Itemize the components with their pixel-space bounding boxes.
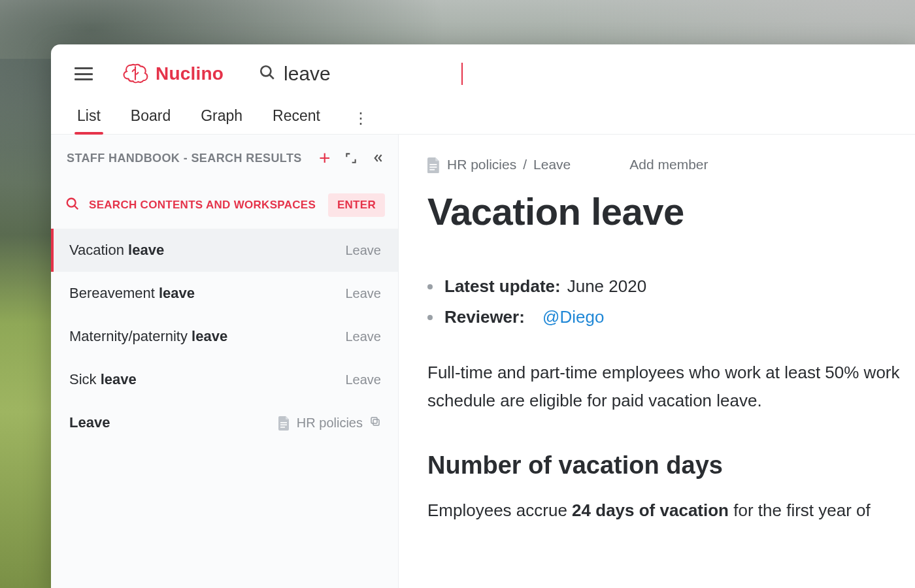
enter-badge: ENTER bbox=[328, 193, 385, 217]
brain-icon bbox=[122, 61, 149, 86]
result-category: HR policies bbox=[278, 414, 381, 431]
search-results: Vacation leaveLeaveBereavement leaveLeav… bbox=[51, 229, 398, 444]
tab-list[interactable]: List bbox=[75, 102, 103, 134]
top-bar: Nuclino bbox=[51, 44, 915, 98]
svg-rect-4 bbox=[280, 422, 287, 423]
bullet-icon bbox=[427, 315, 433, 320]
svg-line-1 bbox=[269, 74, 274, 79]
sidebar: STAFF HANDBOOK - SEARCH RESULTS + SEARCH… bbox=[51, 135, 399, 588]
svg-rect-7 bbox=[373, 419, 379, 425]
svg-rect-11 bbox=[429, 169, 435, 171]
collapse-icon[interactable] bbox=[368, 149, 386, 167]
result-category: Leave bbox=[346, 372, 382, 387]
svg-line-3 bbox=[75, 205, 78, 209]
svg-point-0 bbox=[261, 66, 271, 76]
svg-rect-9 bbox=[429, 164, 437, 165]
intro-paragraph: Full-time and part-time employees who wo… bbox=[427, 359, 915, 415]
app-window: Nuclino List Board Graph Recent ⋮ STAFF … bbox=[51, 44, 915, 588]
tab-recent[interactable]: Recent bbox=[270, 102, 323, 134]
expand-icon[interactable] bbox=[342, 149, 360, 167]
search-result[interactable]: LeaveHR policies bbox=[51, 401, 398, 444]
main-content: HR policies / Leave Add member Vacation … bbox=[399, 135, 915, 588]
search-all-label: SEARCH CONTENTS AND WORKSPACES bbox=[89, 199, 319, 212]
search-box[interactable] bbox=[259, 63, 463, 85]
result-title: Leave bbox=[69, 414, 110, 431]
search-result[interactable]: Maternity/paternity leaveLeave bbox=[51, 315, 398, 358]
meta-value: June 2020 bbox=[567, 276, 646, 297]
result-title: Bereavement leave bbox=[69, 285, 195, 302]
search-icon bbox=[65, 197, 80, 214]
view-tabs: List Board Graph Recent ⋮ bbox=[51, 98, 915, 135]
meta-label: Latest update: bbox=[444, 276, 561, 297]
menu-icon[interactable] bbox=[75, 67, 93, 80]
svg-point-2 bbox=[67, 198, 76, 206]
breadcrumb-sep: / bbox=[523, 157, 527, 172]
meta-list: Latest update: June 2020 Reviewer: @Dieg… bbox=[427, 271, 915, 333]
search-input[interactable] bbox=[284, 63, 454, 85]
search-result[interactable]: Vacation leaveLeave bbox=[51, 229, 398, 272]
result-title: Sick leave bbox=[69, 371, 137, 388]
mention-link[interactable]: @Diego bbox=[542, 307, 604, 327]
search-icon bbox=[259, 64, 276, 84]
brand[interactable]: Nuclino bbox=[122, 61, 224, 86]
svg-rect-8 bbox=[371, 417, 377, 423]
section-paragraph: Employees accrue 24 days of vacation for… bbox=[427, 497, 915, 525]
page-title: Vacation leave bbox=[427, 189, 915, 233]
bullet-icon bbox=[427, 284, 433, 289]
more-icon[interactable]: ⋮ bbox=[348, 106, 374, 130]
result-category: Leave bbox=[346, 243, 382, 258]
brand-name: Nuclino bbox=[156, 63, 224, 84]
add-member-button[interactable]: Add member bbox=[629, 157, 708, 172]
copy-icon bbox=[369, 414, 381, 431]
document-icon bbox=[427, 157, 441, 172]
breadcrumb[interactable]: HR policies / Leave bbox=[427, 157, 571, 172]
tab-board[interactable]: Board bbox=[128, 102, 173, 134]
sidebar-header: STAFF HANDBOOK - SEARCH RESULTS + bbox=[51, 135, 398, 182]
result-title: Maternity/paternity leave bbox=[69, 328, 227, 345]
breadcrumb-row: HR policies / Leave Add member bbox=[427, 157, 915, 172]
text-caret bbox=[461, 63, 463, 85]
meta-updated: Latest update: June 2020 bbox=[427, 271, 915, 302]
document-icon bbox=[278, 416, 290, 429]
section-heading: Number of vacation days bbox=[427, 451, 915, 480]
svg-rect-6 bbox=[280, 427, 285, 428]
breadcrumb-current: Leave bbox=[533, 157, 571, 172]
svg-rect-5 bbox=[280, 425, 287, 426]
meta-label: Reviewer: bbox=[444, 307, 525, 327]
meta-reviewer: Reviewer: @Diego bbox=[427, 302, 915, 333]
search-result[interactable]: Bereavement leaveLeave bbox=[51, 272, 398, 315]
search-all-row[interactable]: SEARCH CONTENTS AND WORKSPACES ENTER bbox=[51, 182, 398, 229]
add-icon[interactable]: + bbox=[316, 149, 334, 167]
result-category: Leave bbox=[346, 329, 382, 344]
body: STAFF HANDBOOK - SEARCH RESULTS + SEARCH… bbox=[51, 135, 915, 588]
svg-rect-10 bbox=[429, 167, 437, 168]
result-title: Vacation leave bbox=[69, 242, 164, 259]
tab-graph[interactable]: Graph bbox=[198, 102, 245, 134]
result-category: Leave bbox=[346, 286, 382, 301]
sidebar-title: STAFF HANDBOOK - SEARCH RESULTS bbox=[67, 152, 308, 165]
search-result[interactable]: Sick leaveLeave bbox=[51, 358, 398, 401]
breadcrumb-parent: HR policies bbox=[447, 157, 516, 172]
